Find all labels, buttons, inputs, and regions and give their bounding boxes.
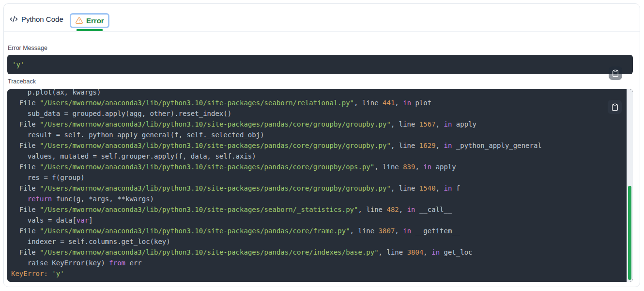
traceback-line: sub_data = grouped.apply(agg, other).res… <box>11 108 621 119</box>
traceback-line: File "/Users/mwornow/anaconda3/lib/pytho… <box>11 247 621 258</box>
traceback-line: KeyError: 'y' <box>11 268 621 279</box>
tab-python-code-label: Python Code <box>21 15 63 23</box>
traceback-line: values, mutated = self.grouper.apply(f, … <box>11 151 621 162</box>
warning-triangle-icon <box>75 16 83 25</box>
traceback-line: File "/Users/mwornow/anaconda3/lib/pytho… <box>11 162 621 172</box>
clipboard-icon <box>611 103 619 111</box>
traceback-label: Traceback <box>8 78 36 85</box>
traceback-block: p.plot(ax, kwargs) File "/Users/mwornow/… <box>7 89 633 282</box>
traceback-line: File "/Users/mwornow/anaconda3/lib/pytho… <box>11 119 621 129</box>
copy-traceback-button[interactable] <box>608 100 622 114</box>
clipboard-icon <box>612 69 619 77</box>
traceback-line: res = f(group) <box>11 172 621 183</box>
traceback-line: raise KeyError(key) from err <box>11 258 621 268</box>
tab-python-code[interactable]: Python Code <box>7 15 66 24</box>
traceback-line: return func(g, *args, **kwargs) <box>11 194 621 204</box>
traceback-line: vals = data[var] <box>11 215 621 226</box>
error-panel-card: Python Code Error Error Message 'y' <box>3 3 640 287</box>
traceback-line: File "/Users/mwornow/anaconda3/lib/pytho… <box>11 226 621 236</box>
traceback-line: File "/Users/mwornow/anaconda3/lib/pytho… <box>11 183 621 194</box>
traceback-line: result = self._python_apply_general(f, s… <box>11 129 621 140</box>
traceback-scrollbar[interactable] <box>627 89 633 282</box>
tab-bar: Python Code Error <box>4 4 640 32</box>
copy-error-message-button[interactable] <box>609 66 622 80</box>
traceback-line: p.plot(ax, kwargs) <box>11 89 621 97</box>
error-message-value: 'y' <box>12 61 24 68</box>
scrollbar-thumb[interactable] <box>628 186 631 280</box>
traceback-line: indexer = self.columns.get_loc(key) <box>11 236 621 247</box>
traceback-line: File "/Users/mwornow/anaconda3/lib/pytho… <box>11 140 621 151</box>
traceback-content: p.plot(ax, kwargs) File "/Users/mwornow/… <box>7 89 633 279</box>
tab-error-wrap: Error <box>70 13 109 31</box>
error-message-block: 'y' <box>7 55 633 74</box>
tab-error[interactable]: Error <box>70 13 109 28</box>
traceback-line: File "/Users/mwornow/anaconda3/lib/pytho… <box>11 204 621 215</box>
traceback-line: File "/Users/mwornow/anaconda3/lib/pytho… <box>11 97 621 108</box>
code-icon <box>10 15 18 23</box>
active-tab-underline <box>77 29 103 31</box>
error-message-label: Error Message <box>8 45 47 51</box>
tab-error-label: Error <box>86 16 104 25</box>
